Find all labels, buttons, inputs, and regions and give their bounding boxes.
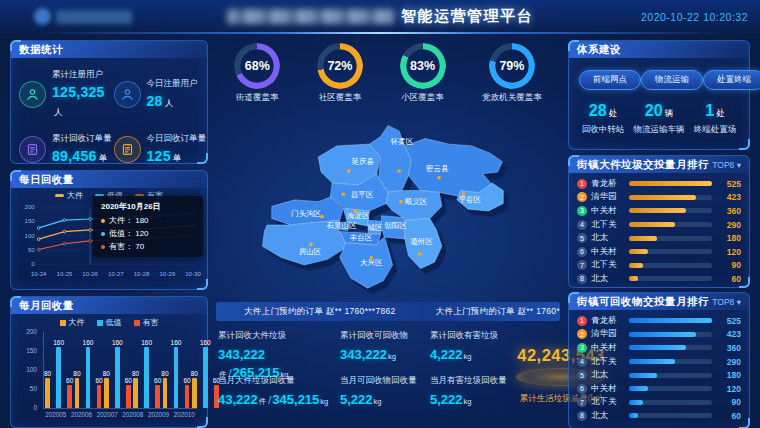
svg-text:10-25: 10-25: [57, 270, 73, 277]
summary-value-row: 343,222kg: [340, 345, 424, 363]
right-column: 体系建设 前端网点物流运输处置终端 28处回收中转站20辆物流运输车辆1处终端处…: [568, 40, 750, 428]
rank-bar-track: [629, 263, 712, 268]
top-filter[interactable]: TOP8 ▾: [712, 160, 741, 170]
stat-value: 89,456: [52, 148, 97, 164]
bar-group: 8016060: [103, 339, 132, 408]
map-dot: [369, 256, 373, 260]
bar-wrap: 80: [44, 370, 51, 408]
bar-wrap: 80: [161, 370, 168, 408]
tooltip-text: 大件： 180: [109, 215, 149, 226]
rank-bar-fill: [629, 318, 712, 323]
stat-item: 今日回收订单量125单: [114, 133, 207, 165]
bar-wrap: 80: [132, 370, 139, 408]
rank-badge: 8: [577, 411, 587, 421]
svg-text:200: 200: [25, 203, 36, 210]
stat-unit: 单: [99, 153, 108, 163]
bar-category: 202006: [69, 409, 95, 421]
rank-bar-track: [629, 400, 712, 405]
left-column: 数据统计 累计注册用户125,325人今日注册用户28人累计回收订单量89,45…: [10, 40, 208, 428]
rank-value: 60: [716, 274, 741, 284]
summary-unit: kg: [464, 352, 472, 361]
rank-bar-track: [629, 208, 712, 213]
system-tab[interactable]: 物流运输: [641, 70, 703, 90]
summary-value: 5,222: [340, 392, 373, 407]
rank-value: 423: [716, 192, 741, 202]
rank-name: 北太: [591, 410, 625, 422]
top-filter[interactable]: TOP8 ▾: [712, 297, 741, 307]
bar: [192, 378, 197, 408]
top-filter-label: TOP8: [712, 160, 734, 170]
coverage-ring: 72%社区覆盖率: [317, 43, 363, 117]
rank-value: 180: [716, 370, 741, 380]
system-value-row: 28处: [575, 102, 631, 120]
rank-bar-track: [629, 359, 712, 364]
ranking-row: 4北下关290: [577, 218, 741, 232]
tooltip-dot: [101, 232, 105, 236]
bar-cluster: 8016060: [132, 339, 161, 408]
stat-value-row: 125单: [147, 147, 207, 165]
rank-value: 290: [716, 220, 741, 230]
rank-value: 525: [716, 316, 741, 326]
bar-value: 160: [112, 339, 123, 346]
panel-header-system: 体系建设: [569, 41, 749, 58]
chevron-down-icon: ▾: [737, 160, 741, 170]
summary-unit: kg: [464, 397, 472, 406]
system-unit: 处: [716, 108, 725, 118]
rank-bar-track: [629, 222, 712, 227]
tooltip-text: 有害： 70: [109, 241, 144, 252]
rank-badge: 2: [577, 192, 587, 202]
bar-cluster: 8016060: [103, 339, 132, 408]
system-value: 20: [645, 102, 663, 119]
datetime: 2020-10-22 10:20:32: [641, 11, 748, 23]
summary-column: 累计回收可回收物343,222kg当月可回收物回收量5,222kg: [340, 330, 424, 420]
summary-section: 累计回收大件垃圾343,222件/265,215kg当月大件垃圾回收量43,22…: [214, 321, 562, 420]
rank-bar-track: [629, 345, 712, 350]
summary-item: 当月可回收物回收量5,222kg: [340, 375, 424, 420]
panel-header-ranking-large: 街镇大件垃圾交投量月排行 TOP8 ▾: [569, 156, 749, 173]
rank-name: 清华园: [591, 191, 625, 203]
bar: [104, 378, 109, 408]
daily-chart-body: 大件低值有害 05010015020010-2410-2510-2610-271…: [11, 188, 207, 286]
panel-header-data-stats: 数据统计: [11, 41, 207, 58]
app-logo: [34, 8, 132, 25]
legend-item: 有害: [134, 317, 159, 328]
legend-label: 大件: [67, 190, 83, 201]
rank-bar-fill: [629, 373, 657, 378]
rank-badge: 6: [577, 384, 587, 394]
stat-text: 今日注册用户28人: [147, 78, 198, 110]
bar-value: 160: [53, 339, 64, 346]
svg-text:10-24: 10-24: [31, 270, 47, 277]
rank-value: 90: [716, 397, 741, 407]
rank-bar-fill: [629, 195, 696, 200]
system-tab[interactable]: 前端网点: [579, 70, 641, 90]
rank-bar-fill: [629, 263, 643, 268]
rank-value: 360: [716, 343, 741, 353]
system-value-row: 1处: [687, 102, 743, 120]
rank-value: 423: [716, 329, 741, 339]
svg-text:150: 150: [25, 217, 36, 224]
ranking-large-body: 1青龙桥5252清华园4233中关村3604北下关2905北太1806中关村12…: [569, 173, 749, 286]
summary-value: 345,215: [272, 392, 319, 407]
bar-value: 60: [125, 377, 132, 384]
rank-bar-fill: [629, 181, 712, 186]
bar-value: 60: [95, 377, 102, 384]
map-dot: [397, 169, 401, 173]
system-tab[interactable]: 处置终端: [703, 70, 760, 90]
summary-value-row: 5,222kg: [430, 390, 510, 408]
bar-value: 160: [141, 339, 152, 346]
ranking-row: 7北下关90: [577, 396, 741, 410]
summary-column: 累计回收大件垃圾343,222件/265,215kg当月大件垃圾回收量43,22…: [218, 330, 334, 420]
rank-value: 360: [716, 206, 741, 216]
panel-header-ranking-recyclable: 街镇可回收物交投量月排行 TOP8 ▾: [569, 293, 749, 310]
bar-cluster: 8016060: [73, 339, 102, 408]
stat-value-row: 28人: [147, 92, 198, 110]
map-label: 平谷区: [459, 195, 482, 204]
bar-category: 202010: [171, 409, 197, 421]
axis-tick: 0: [33, 404, 37, 411]
monthly-bar-chart[interactable]: 050100150200 801606080160608016060801606…: [43, 332, 197, 421]
rank-bar-fill: [629, 236, 657, 241]
panel-system-build: 体系建设 前端网点物流运输处置终端 28处回收中转站20辆物流运输车辆1处终端处…: [568, 40, 750, 150]
stat-label: 累计注册用户: [52, 69, 112, 81]
map-label: 顺义区: [404, 197, 428, 206]
panel-ranking-recyclable: 街镇可回收物交投量月排行 TOP8 ▾ 1青龙桥5252清华园4233中关村36…: [568, 292, 750, 428]
